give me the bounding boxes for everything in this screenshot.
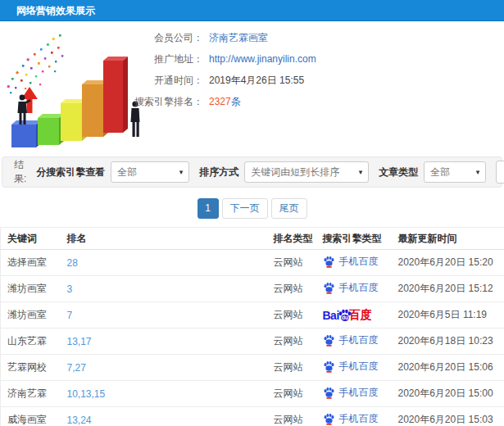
submit-button[interactable]: 提交 bbox=[496, 161, 504, 184]
rank-link[interactable]: 7,27 bbox=[67, 362, 86, 374]
col-header-engine-type: 搜索引擎类型 bbox=[322, 228, 397, 250]
cell-updated: 2020年6月20日 15:12 bbox=[397, 276, 504, 302]
info-row-company: 会员公司： 济南艺霖画室 bbox=[0, 32, 504, 43]
rank-link[interactable]: 7 bbox=[67, 310, 73, 321]
open-time-value: 2019年4月26日 15:55 bbox=[209, 74, 304, 88]
table-body: 选择画室 28 云网站 手机百度 Bai du 百度 2020年6月20日 15… bbox=[1, 250, 504, 426]
promo-url-link[interactable]: http://www.jinanyilin.com bbox=[209, 53, 316, 65]
cell-engine: 手机百度 Bai du 百度 bbox=[322, 250, 397, 276]
rank-count-number: 2327 bbox=[209, 96, 231, 107]
engine-label: 手机百度 bbox=[339, 386, 379, 400]
sort-select-value: 关键词由短到长排序 bbox=[251, 165, 339, 179]
cell-engine: 手机百度 Bai du 百度 bbox=[322, 355, 397, 381]
pagination: 1 下一页 尾页 bbox=[0, 198, 504, 219]
baidu-paw-icon bbox=[323, 386, 335, 399]
cell-engine: 手机百度 Bai du 百度 bbox=[322, 276, 397, 302]
table-row: 山东艺霖 13,17 云网站 手机百度 Bai du 百度 2020年6月18日… bbox=[1, 329, 504, 355]
last-page-button[interactable]: 尾页 bbox=[271, 198, 307, 219]
next-page-button[interactable]: 下一页 bbox=[222, 198, 268, 219]
sort-filter-label: 排序方式 bbox=[199, 165, 238, 179]
cell-updated: 2020年6月20日 15:06 bbox=[397, 355, 504, 381]
table-row: 潍坊画室 3 云网站 手机百度 Bai du 百度 2020年6月20日 15:… bbox=[1, 276, 504, 302]
cell-keyword: 济南艺霖 bbox=[1, 381, 66, 407]
mobile-baidu-badge[interactable]: 手机百度 bbox=[323, 360, 379, 374]
cell-keyword: 山东艺霖 bbox=[1, 329, 66, 355]
sort-select[interactable]: 关键词由短到长排序 ▾ bbox=[244, 161, 369, 183]
mobile-baidu-badge[interactable]: 手机百度 bbox=[323, 333, 379, 347]
rank-link[interactable]: 3 bbox=[67, 283, 73, 295]
article-type-select-value: 全部 bbox=[430, 165, 450, 179]
baidu-logo[interactable]: Bai du 百度 bbox=[323, 308, 372, 323]
cell-rank-type: 云网站 bbox=[273, 381, 322, 407]
cell-engine: 手机百度 Bai du 百度 bbox=[322, 302, 397, 329]
cell-rank-type: 云网站 bbox=[273, 407, 322, 426]
promo-url-label: 推广地址： bbox=[0, 52, 203, 66]
col-header-keyword: 关键词 bbox=[1, 228, 66, 250]
baidu-logo-du: du bbox=[342, 315, 348, 320]
cell-rank-type: 云网站 bbox=[273, 302, 322, 329]
member-info-form: 会员公司： 济南艺霖画室 推广地址： http://www.jinanyilin… bbox=[0, 32, 504, 117]
cell-updated: 2020年6月20日 15:03 bbox=[397, 407, 504, 426]
baidu-paw-icon bbox=[323, 412, 335, 425]
open-time-label: 开通时间： bbox=[0, 74, 203, 88]
engine-select-value: 全部 bbox=[117, 165, 137, 179]
table-row: 潍坊画室 7 云网站 手机百度 Bai du 百度 2020年6月5日 11:1… bbox=[1, 302, 504, 329]
cell-updated: 2020年6月20日 15:20 bbox=[397, 250, 504, 276]
page-button-current[interactable]: 1 bbox=[198, 198, 219, 219]
cell-rank-type: 云网站 bbox=[273, 355, 322, 381]
cell-updated: 2020年6月20日 15:00 bbox=[397, 381, 504, 407]
window-titlebar: 网络营销效果展示 bbox=[0, 0, 504, 21]
chevron-down-icon: ▾ bbox=[471, 168, 480, 176]
cell-rank-type: 云网站 bbox=[273, 276, 322, 302]
article-type-filter-label: 文章类型 bbox=[379, 165, 418, 179]
results-table: 关键词 排名 排名类型 搜索引擎类型 最新更新时间 选择画室 28 云网站 手机… bbox=[0, 227, 504, 426]
engine-label: 手机百度 bbox=[339, 360, 379, 374]
filter-bar: 结果: 分搜索引擎查看 全部 ▾ 排序方式 关键词由短到长排序 ▾ 文章类型 全… bbox=[2, 156, 502, 188]
mobile-baidu-badge[interactable]: 手机百度 bbox=[323, 412, 379, 426]
cell-engine: 手机百度 Bai du 百度 bbox=[322, 381, 397, 407]
company-label: 会员公司： bbox=[0, 31, 203, 45]
cell-keyword: 艺霖网校 bbox=[1, 355, 66, 381]
filter-controls: 分搜索引擎查看 全部 ▾ 排序方式 关键词由短到长排序 ▾ 文章类型 全部 ▾ … bbox=[26, 161, 504, 184]
info-row-open-time: 开通时间： 2019年4月26日 15:55 bbox=[0, 75, 504, 86]
cell-keyword: 潍坊画室 bbox=[1, 276, 66, 302]
chevron-down-icon: ▾ bbox=[175, 168, 184, 176]
engine-filter-label: 分搜索引擎查看 bbox=[36, 165, 105, 179]
col-header-rank: 排名 bbox=[66, 228, 273, 250]
engine-label: 手机百度 bbox=[339, 255, 379, 269]
cell-rank-type: 云网站 bbox=[273, 250, 322, 276]
mobile-baidu-badge[interactable]: 手机百度 bbox=[323, 386, 379, 400]
table-row: 艺霖网校 7,27 云网站 手机百度 Bai du 百度 2020年6月20日 … bbox=[1, 355, 504, 381]
engine-label: 手机百度 bbox=[339, 412, 379, 426]
table-header: 关键词 排名 排名类型 搜索引擎类型 最新更新时间 bbox=[1, 228, 504, 250]
cell-rank-type: 云网站 bbox=[273, 329, 322, 355]
col-header-updated: 最新更新时间 bbox=[397, 228, 504, 250]
baidu-paw-icon bbox=[323, 333, 335, 347]
table-row: 选择画室 28 云网站 手机百度 Bai du 百度 2020年6月20日 15… bbox=[1, 250, 504, 276]
engine-label: 手机百度 bbox=[339, 333, 379, 347]
baidu-paw-icon bbox=[323, 281, 335, 294]
cell-engine: 手机百度 Bai du 百度 bbox=[322, 407, 397, 426]
baidu-paw-icon bbox=[323, 360, 335, 373]
cell-keyword: 威海画室 bbox=[1, 407, 66, 426]
table-row: 威海画室 13,24 云网站 手机百度 Bai du 百度 2020年6月20日… bbox=[1, 407, 504, 426]
mobile-baidu-badge[interactable]: 手机百度 bbox=[323, 281, 379, 295]
mobile-baidu-badge[interactable]: 手机百度 bbox=[323, 255, 379, 269]
rank-link[interactable]: 10,13,15 bbox=[67, 388, 106, 400]
info-row-url: 推广地址： http://www.jinanyilin.com bbox=[0, 53, 504, 65]
rank-count-value[interactable]: 2327条 bbox=[209, 95, 241, 109]
rank-link[interactable]: 13,17 bbox=[67, 336, 92, 347]
engine-label: 手机百度 bbox=[339, 281, 379, 295]
rank-link[interactable]: 13,24 bbox=[67, 415, 92, 426]
page-title: 网络营销效果展示 bbox=[16, 5, 95, 16]
col-header-rank-type: 排名类型 bbox=[273, 228, 322, 250]
table-row: 济南艺霖 10,13,15 云网站 手机百度 Bai du 百度 2020年6月… bbox=[1, 381, 504, 407]
rank-link[interactable]: 28 bbox=[67, 257, 78, 269]
company-link[interactable]: 济南艺霖画室 bbox=[209, 32, 268, 43]
cell-keyword: 潍坊画室 bbox=[1, 302, 66, 329]
result-label: 结果: bbox=[14, 158, 26, 186]
engine-select[interactable]: 全部 ▾ bbox=[111, 161, 189, 183]
article-type-select[interactable]: 全部 ▾ bbox=[424, 161, 486, 183]
baidu-paw-icon bbox=[323, 255, 335, 268]
cell-updated: 2020年6月5日 11:19 bbox=[397, 302, 504, 329]
